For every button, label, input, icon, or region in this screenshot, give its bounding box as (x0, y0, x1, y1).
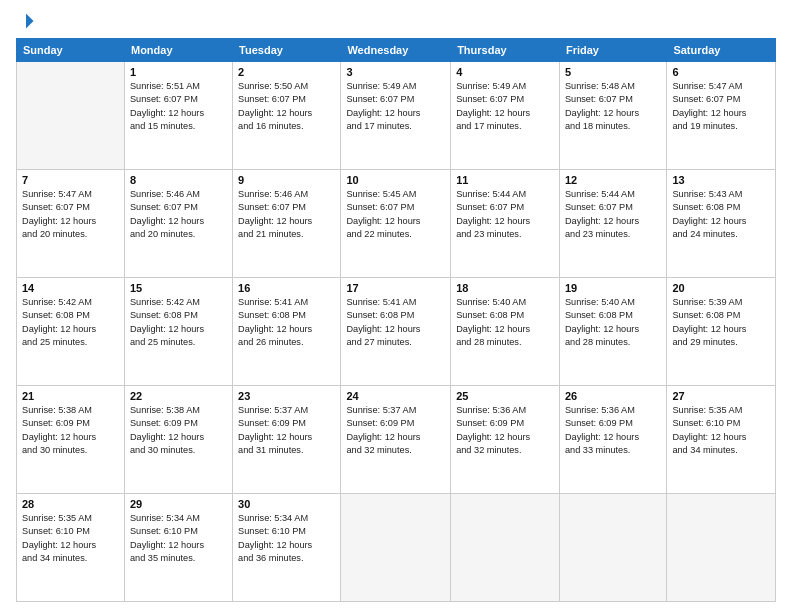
cell-3-6: 27Sunrise: 5:35 AMSunset: 6:10 PMDayligh… (667, 386, 776, 494)
cell-3-2: 23Sunrise: 5:37 AMSunset: 6:09 PMDayligh… (233, 386, 341, 494)
cell-4-3 (341, 494, 451, 602)
col-header-thursday: Thursday (451, 39, 560, 62)
day-info: Sunrise: 5:51 AMSunset: 6:07 PMDaylight:… (130, 80, 227, 133)
day-info: Sunrise: 5:38 AMSunset: 6:09 PMDaylight:… (22, 404, 119, 457)
day-number: 13 (672, 174, 770, 186)
day-number: 7 (22, 174, 119, 186)
cell-3-1: 22Sunrise: 5:38 AMSunset: 6:09 PMDayligh… (124, 386, 232, 494)
day-info: Sunrise: 5:42 AMSunset: 6:08 PMDaylight:… (130, 296, 227, 349)
cell-2-2: 16Sunrise: 5:41 AMSunset: 6:08 PMDayligh… (233, 278, 341, 386)
calendar-table: SundayMondayTuesdayWednesdayThursdayFrid… (16, 38, 776, 602)
day-info: Sunrise: 5:35 AMSunset: 6:10 PMDaylight:… (672, 404, 770, 457)
cell-0-4: 4Sunrise: 5:49 AMSunset: 6:07 PMDaylight… (451, 62, 560, 170)
cell-4-4 (451, 494, 560, 602)
col-header-wednesday: Wednesday (341, 39, 451, 62)
cell-1-6: 13Sunrise: 5:43 AMSunset: 6:08 PMDayligh… (667, 170, 776, 278)
day-info: Sunrise: 5:44 AMSunset: 6:07 PMDaylight:… (456, 188, 554, 241)
day-number: 9 (238, 174, 335, 186)
cell-2-1: 15Sunrise: 5:42 AMSunset: 6:08 PMDayligh… (124, 278, 232, 386)
day-info: Sunrise: 5:49 AMSunset: 6:07 PMDaylight:… (346, 80, 445, 133)
day-info: Sunrise: 5:40 AMSunset: 6:08 PMDaylight:… (456, 296, 554, 349)
day-info: Sunrise: 5:40 AMSunset: 6:08 PMDaylight:… (565, 296, 661, 349)
day-info: Sunrise: 5:48 AMSunset: 6:07 PMDaylight:… (565, 80, 661, 133)
calendar-header-row: SundayMondayTuesdayWednesdayThursdayFrid… (17, 39, 776, 62)
day-info: Sunrise: 5:49 AMSunset: 6:07 PMDaylight:… (456, 80, 554, 133)
day-number: 26 (565, 390, 661, 402)
cell-2-5: 19Sunrise: 5:40 AMSunset: 6:08 PMDayligh… (559, 278, 666, 386)
logo-icon (17, 12, 35, 30)
cell-0-5: 5Sunrise: 5:48 AMSunset: 6:07 PMDaylight… (559, 62, 666, 170)
day-info: Sunrise: 5:37 AMSunset: 6:09 PMDaylight:… (346, 404, 445, 457)
day-info: Sunrise: 5:41 AMSunset: 6:08 PMDaylight:… (346, 296, 445, 349)
day-number: 15 (130, 282, 227, 294)
week-row-4: 28Sunrise: 5:35 AMSunset: 6:10 PMDayligh… (17, 494, 776, 602)
logo-text (16, 12, 36, 30)
day-info: Sunrise: 5:46 AMSunset: 6:07 PMDaylight:… (130, 188, 227, 241)
day-number: 23 (238, 390, 335, 402)
day-info: Sunrise: 5:38 AMSunset: 6:09 PMDaylight:… (130, 404, 227, 457)
col-header-saturday: Saturday (667, 39, 776, 62)
cell-1-2: 9Sunrise: 5:46 AMSunset: 6:07 PMDaylight… (233, 170, 341, 278)
cell-1-0: 7Sunrise: 5:47 AMSunset: 6:07 PMDaylight… (17, 170, 125, 278)
week-row-1: 7Sunrise: 5:47 AMSunset: 6:07 PMDaylight… (17, 170, 776, 278)
day-number: 12 (565, 174, 661, 186)
day-number: 4 (456, 66, 554, 78)
cell-4-1: 29Sunrise: 5:34 AMSunset: 6:10 PMDayligh… (124, 494, 232, 602)
day-number: 2 (238, 66, 335, 78)
day-number: 11 (456, 174, 554, 186)
day-number: 10 (346, 174, 445, 186)
cell-1-5: 12Sunrise: 5:44 AMSunset: 6:07 PMDayligh… (559, 170, 666, 278)
week-row-3: 21Sunrise: 5:38 AMSunset: 6:09 PMDayligh… (17, 386, 776, 494)
day-info: Sunrise: 5:43 AMSunset: 6:08 PMDaylight:… (672, 188, 770, 241)
cell-0-6: 6Sunrise: 5:47 AMSunset: 6:07 PMDaylight… (667, 62, 776, 170)
cell-0-0 (17, 62, 125, 170)
day-number: 1 (130, 66, 227, 78)
day-info: Sunrise: 5:50 AMSunset: 6:07 PMDaylight:… (238, 80, 335, 133)
day-number: 5 (565, 66, 661, 78)
col-header-monday: Monday (124, 39, 232, 62)
cell-3-4: 25Sunrise: 5:36 AMSunset: 6:09 PMDayligh… (451, 386, 560, 494)
cell-2-4: 18Sunrise: 5:40 AMSunset: 6:08 PMDayligh… (451, 278, 560, 386)
day-info: Sunrise: 5:42 AMSunset: 6:08 PMDaylight:… (22, 296, 119, 349)
header (16, 12, 776, 30)
day-number: 14 (22, 282, 119, 294)
day-info: Sunrise: 5:47 AMSunset: 6:07 PMDaylight:… (22, 188, 119, 241)
day-number: 19 (565, 282, 661, 294)
cell-4-0: 28Sunrise: 5:35 AMSunset: 6:10 PMDayligh… (17, 494, 125, 602)
day-info: Sunrise: 5:34 AMSunset: 6:10 PMDaylight:… (238, 512, 335, 565)
day-number: 16 (238, 282, 335, 294)
day-info: Sunrise: 5:47 AMSunset: 6:07 PMDaylight:… (672, 80, 770, 133)
cell-3-3: 24Sunrise: 5:37 AMSunset: 6:09 PMDayligh… (341, 386, 451, 494)
day-number: 8 (130, 174, 227, 186)
page: SundayMondayTuesdayWednesdayThursdayFrid… (0, 0, 792, 612)
cell-0-3: 3Sunrise: 5:49 AMSunset: 6:07 PMDaylight… (341, 62, 451, 170)
day-number: 29 (130, 498, 227, 510)
cell-3-0: 21Sunrise: 5:38 AMSunset: 6:09 PMDayligh… (17, 386, 125, 494)
cell-1-3: 10Sunrise: 5:45 AMSunset: 6:07 PMDayligh… (341, 170, 451, 278)
cell-4-2: 30Sunrise: 5:34 AMSunset: 6:10 PMDayligh… (233, 494, 341, 602)
day-info: Sunrise: 5:46 AMSunset: 6:07 PMDaylight:… (238, 188, 335, 241)
col-header-tuesday: Tuesday (233, 39, 341, 62)
week-row-0: 1Sunrise: 5:51 AMSunset: 6:07 PMDaylight… (17, 62, 776, 170)
logo (16, 12, 36, 30)
svg-marker-0 (26, 14, 34, 29)
day-number: 22 (130, 390, 227, 402)
day-info: Sunrise: 5:35 AMSunset: 6:10 PMDaylight:… (22, 512, 119, 565)
cell-2-6: 20Sunrise: 5:39 AMSunset: 6:08 PMDayligh… (667, 278, 776, 386)
day-info: Sunrise: 5:41 AMSunset: 6:08 PMDaylight:… (238, 296, 335, 349)
day-number: 28 (22, 498, 119, 510)
day-number: 27 (672, 390, 770, 402)
day-info: Sunrise: 5:37 AMSunset: 6:09 PMDaylight:… (238, 404, 335, 457)
week-row-2: 14Sunrise: 5:42 AMSunset: 6:08 PMDayligh… (17, 278, 776, 386)
day-number: 21 (22, 390, 119, 402)
cell-3-5: 26Sunrise: 5:36 AMSunset: 6:09 PMDayligh… (559, 386, 666, 494)
cell-4-5 (559, 494, 666, 602)
cell-2-0: 14Sunrise: 5:42 AMSunset: 6:08 PMDayligh… (17, 278, 125, 386)
col-header-friday: Friday (559, 39, 666, 62)
cell-1-1: 8Sunrise: 5:46 AMSunset: 6:07 PMDaylight… (124, 170, 232, 278)
cell-2-3: 17Sunrise: 5:41 AMSunset: 6:08 PMDayligh… (341, 278, 451, 386)
cell-4-6 (667, 494, 776, 602)
cell-0-1: 1Sunrise: 5:51 AMSunset: 6:07 PMDaylight… (124, 62, 232, 170)
cell-1-4: 11Sunrise: 5:44 AMSunset: 6:07 PMDayligh… (451, 170, 560, 278)
cell-0-2: 2Sunrise: 5:50 AMSunset: 6:07 PMDaylight… (233, 62, 341, 170)
